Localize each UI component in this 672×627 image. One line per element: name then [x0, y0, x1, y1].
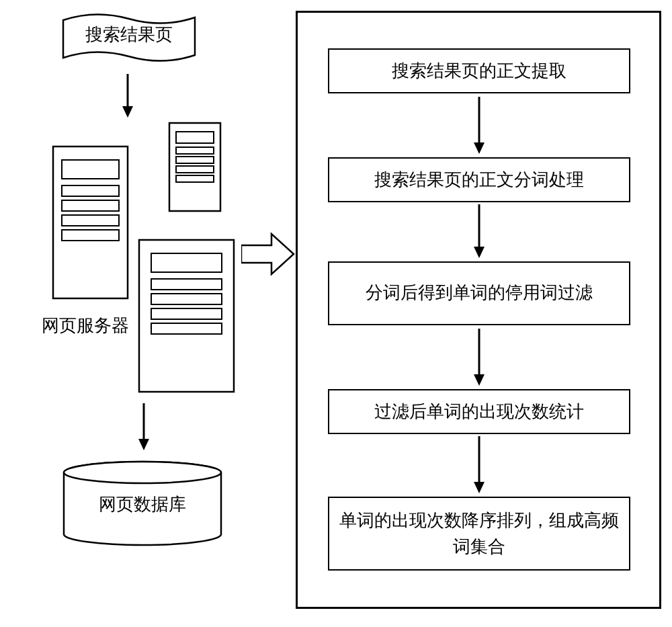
flow-step-3-label: 分词后得到单词的停用词过滤	[366, 281, 593, 305]
svg-rect-16	[151, 279, 222, 290]
server-icon-small	[168, 122, 222, 212]
flowchart-container: 搜索结果页的正文提取 搜索结果页的正文分词处理 分词后得到单词的停用词过滤	[296, 11, 661, 609]
svg-marker-21	[138, 439, 149, 450]
flow-step-5-label: 单词的出现次数降序排列，组成高频词集合	[339, 507, 619, 560]
flow-step-3: 分词后得到单词的停用词过滤	[328, 261, 630, 325]
svg-marker-32	[474, 482, 485, 493]
svg-rect-15	[151, 253, 222, 272]
svg-point-23	[64, 462, 221, 483]
diagram-container: 搜索结果页	[0, 0, 672, 627]
svg-marker-30	[474, 374, 485, 386]
flow-arrow-1	[472, 97, 486, 154]
server-label: 网页服务器	[42, 314, 129, 337]
svg-rect-10	[62, 185, 119, 196]
flow-step-4-label: 过滤后单词的出现次数统计	[374, 400, 584, 423]
flow-step-5: 单词的出现次数降序排列，组成高频词集合	[328, 497, 630, 571]
arrow-down-1	[121, 74, 134, 118]
svg-rect-5	[176, 157, 214, 163]
flow-step-4: 过滤后单词的出现次数统计	[328, 389, 630, 434]
server-icon-large-2	[138, 239, 235, 393]
arrow-down-2	[137, 403, 151, 450]
svg-marker-26	[474, 142, 485, 154]
svg-marker-28	[474, 247, 485, 258]
flow-arrow-2	[472, 204, 486, 258]
svg-rect-11	[62, 200, 119, 211]
svg-marker-24	[241, 234, 294, 274]
svg-rect-18	[151, 308, 222, 319]
search-page-label: 搜索结果页	[62, 23, 196, 46]
svg-rect-13	[62, 230, 119, 241]
svg-marker-1	[122, 106, 133, 118]
flow-step-1: 搜索结果页的正文提取	[328, 48, 630, 93]
big-arrow-right	[241, 231, 295, 278]
svg-rect-19	[151, 323, 222, 334]
svg-rect-3	[176, 132, 214, 143]
server-icon-large-1	[52, 145, 129, 300]
svg-rect-12	[62, 215, 119, 226]
svg-rect-6	[176, 166, 214, 173]
svg-rect-7	[176, 175, 214, 182]
flow-arrow-3	[472, 329, 486, 386]
flow-step-2: 搜索结果页的正文分词处理	[328, 157, 630, 202]
svg-rect-9	[62, 160, 119, 179]
svg-rect-4	[176, 147, 214, 154]
flow-step-2-label: 搜索结果页的正文分词处理	[374, 168, 584, 192]
database-label: 网页数据库	[62, 493, 223, 516]
flow-arrow-4	[472, 436, 486, 493]
flow-step-1-label: 搜索结果页的正文提取	[392, 59, 566, 83]
svg-rect-17	[151, 294, 222, 304]
